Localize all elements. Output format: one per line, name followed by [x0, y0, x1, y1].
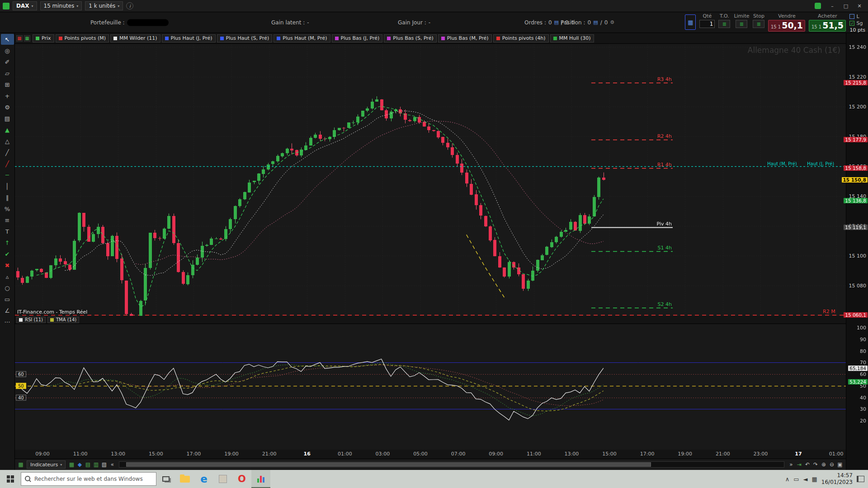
- channel-tool[interactable]: ∠: [1, 305, 14, 316]
- redo-icon[interactable]: ↷: [811, 460, 820, 469]
- gain-day-item: Gain Jour : -: [398, 19, 430, 26]
- zoom-out-icon[interactable]: ⊖: [828, 460, 836, 469]
- delete-tool[interactable]: ▤: [1, 113, 14, 124]
- stop-block: Stop ≣: [753, 13, 764, 28]
- rsi-canvas[interactable]: [15, 324, 846, 450]
- taskbar-clock[interactable]: 14:57 16/01/2023: [821, 472, 853, 486]
- zoom-tool[interactable]: ◎: [1, 45, 14, 56]
- copy-tool[interactable]: ⊞: [1, 79, 14, 90]
- taskbar-search[interactable]: Rechercher sur le web et dans Windows: [21, 472, 156, 486]
- task-view[interactable]: [156, 470, 175, 488]
- fullscreen-icon[interactable]: ▣: [836, 460, 844, 469]
- app-generic[interactable]: [213, 470, 232, 488]
- trading-app[interactable]: [251, 470, 270, 488]
- rectangle-tool[interactable]: ▭: [1, 294, 14, 305]
- vertical-line-tool[interactable]: │: [1, 181, 14, 192]
- trendline-tool[interactable]: ╱: [1, 158, 14, 169]
- notification-center-icon[interactable]: [857, 476, 864, 482]
- sell-price: 50,1: [782, 20, 803, 30]
- layout-grid-icon[interactable]: ▦: [17, 460, 25, 469]
- grid-style-icon[interactable]: ▥: [92, 460, 100, 469]
- indicator-tab[interactable]: Plus Haut (J, Pré): [162, 34, 216, 42]
- maximize-button[interactable]: □: [840, 1, 852, 10]
- hidden-icons-chevron-icon[interactable]: ∧: [785, 476, 790, 483]
- order-ticket-icon[interactable]: ▤: [554, 19, 559, 25]
- close-button[interactable]: ✕: [854, 1, 865, 10]
- sg-checkbox[interactable]: ✓: [849, 21, 854, 26]
- indicator-color-swatch: [50, 318, 54, 322]
- text-tool[interactable]: T: [1, 226, 14, 237]
- position-ticket-icon[interactable]: ▤: [593, 19, 598, 25]
- sell-button[interactable]: 15 1 50,1: [768, 20, 805, 32]
- layout-grid-icon[interactable]: ▦: [67, 460, 75, 469]
- instrument-select[interactable]: DAX ▾: [13, 1, 37, 10]
- limit-order-button[interactable]: ≣: [736, 20, 747, 28]
- cross-tool[interactable]: ✖: [1, 260, 14, 271]
- indicator-tab[interactable]: Plus Bas (J, Pré): [332, 34, 383, 42]
- price-axis[interactable]: 15 24015 22015 20015 18015 16015 14015 1…: [846, 33, 868, 470]
- pitchfork-tool[interactable]: ≡: [1, 215, 14, 225]
- parallel-lines-tool[interactable]: ∥: [1, 192, 14, 203]
- chart-type-icon[interactable]: ▤: [84, 460, 92, 469]
- pencil-tool[interactable]: ╱: [1, 147, 14, 158]
- indicator-tab[interactable]: Plus Bas (M, Pré): [438, 34, 492, 42]
- opera[interactable]: O: [232, 470, 251, 488]
- keyboard-icon[interactable]: ▦: [812, 476, 817, 483]
- leverage-checkbox[interactable]: [849, 14, 854, 19]
- rsi-legend-item[interactable]: RSI (11): [16, 317, 46, 323]
- position-item: Position : 0 ▤ / 0 ⚙: [561, 19, 614, 26]
- timeframe-select[interactable]: 15 minutes ▾: [40, 1, 82, 10]
- volume-icon[interactable]: ◄: [803, 476, 808, 483]
- more-tools[interactable]: ⋯: [1, 316, 14, 327]
- cursor-tool[interactable]: ↖: [1, 34, 14, 45]
- triangle-tool[interactable]: ▵: [1, 271, 14, 282]
- chart-scrollbar-thumb[interactable]: [126, 462, 651, 467]
- settings-tool[interactable]: ⚙: [1, 102, 14, 113]
- price-chart-canvas[interactable]: [15, 44, 846, 316]
- buy-button[interactable]: 15 1 51,5: [809, 20, 846, 32]
- edge[interactable]: e: [194, 470, 213, 488]
- start-button[interactable]: [0, 470, 21, 488]
- share-icon[interactable]: ◆: [75, 460, 84, 469]
- arrow-up-tool[interactable]: ↑: [1, 237, 14, 248]
- indicator-tab[interactable]: MM Hull (30): [550, 34, 594, 42]
- position-settings-icon[interactable]: ⚙: [610, 19, 614, 25]
- ruler-tool[interactable]: ✐: [1, 56, 14, 67]
- price-badge: 15 215,8: [844, 80, 868, 85]
- chart-config-icon[interactable]: ▦: [16, 35, 23, 42]
- indicator-tab[interactable]: Plus Haut (S, Pré): [217, 34, 273, 42]
- file-explorer[interactable]: [175, 470, 194, 488]
- indicators-menu-button[interactable]: Indicateurs ▾: [27, 460, 66, 469]
- chart-add-icon[interactable]: ▦: [24, 35, 30, 42]
- indicator-tab[interactable]: Points pivots (4h): [493, 34, 549, 42]
- jump-end-icon[interactable]: ⇥: [795, 460, 803, 469]
- minimize-button[interactable]: –: [826, 1, 838, 10]
- quantity-input[interactable]: [699, 20, 715, 28]
- ellipse-tool[interactable]: ○: [1, 282, 14, 293]
- chart-style-button[interactable]: ▦: [685, 14, 696, 30]
- units-select[interactable]: 1 k unités ▾: [85, 1, 123, 10]
- stop-order-button[interactable]: ≣: [753, 20, 764, 28]
- scroll-left-icon[interactable]: «: [108, 460, 116, 469]
- scroll-right-icon[interactable]: »: [787, 460, 795, 469]
- zoom-in-icon[interactable]: ⊕: [820, 460, 828, 469]
- rsi-legend-item[interactable]: TMA (14): [47, 317, 79, 323]
- indicator-tab[interactable]: MM Wilder (11): [110, 34, 160, 42]
- indicator-tab[interactable]: Points pivots (M): [56, 34, 109, 42]
- horizontal-line-tool[interactable]: ─: [1, 169, 14, 180]
- oco-order-button[interactable]: ≣: [718, 20, 730, 28]
- move-tool[interactable]: +: [1, 90, 14, 101]
- display-icon[interactable]: ▭: [793, 476, 799, 483]
- fibonacci-tool[interactable]: %: [1, 203, 14, 214]
- pyramid-tool[interactable]: △: [1, 136, 14, 146]
- alert-tool[interactable]: ▲: [1, 124, 14, 135]
- compare-icon[interactable]: ▧: [100, 460, 108, 469]
- indicator-tab[interactable]: Plus Bas (S, Pré): [384, 34, 436, 42]
- indicator-tab[interactable]: Plus Haut (M, Pré): [274, 34, 330, 42]
- undo-icon[interactable]: ↶: [803, 460, 811, 469]
- indicator-tab[interactable]: Prix: [33, 34, 54, 42]
- eraser-tool[interactable]: ▱: [1, 68, 14, 79]
- check-tool[interactable]: ✔: [1, 249, 14, 259]
- chart-scrollbar[interactable]: [119, 461, 784, 468]
- info-icon[interactable]: i: [126, 2, 133, 9]
